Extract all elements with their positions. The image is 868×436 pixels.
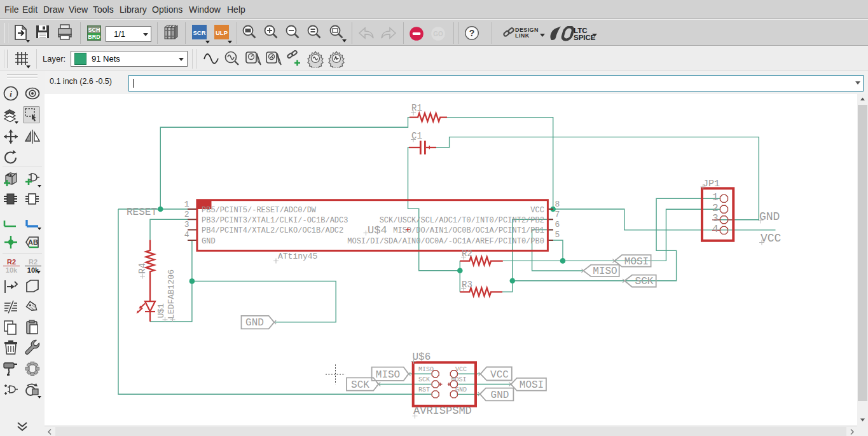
svg-text:7: 7 <box>555 210 560 219</box>
svg-text:SCK: SCK <box>635 276 654 287</box>
svg-text:VCC: VCC <box>455 366 467 373</box>
svg-text:GND: GND <box>455 386 467 393</box>
svg-text:MISO: MISO <box>376 369 400 381</box>
svg-text:3: 3 <box>712 213 719 224</box>
svg-text:VCC: VCC <box>530 206 544 215</box>
svg-text:ATtiny45: ATtiny45 <box>278 252 317 261</box>
svg-text:5: 5 <box>555 230 560 240</box>
svg-text:R4: R4 <box>137 263 148 274</box>
svg-text:GO: GO <box>433 31 443 37</box>
svg-text:2: 2 <box>184 210 189 219</box>
svg-text:MOSI: MOSI <box>624 256 649 268</box>
svg-text:MOSI: MOSI <box>451 376 467 383</box>
svg-text:U$4: U$4 <box>368 224 387 236</box>
svg-text:2: 2 <box>712 203 719 214</box>
svg-text:BRD: BRD <box>88 34 100 40</box>
svg-text:SCK: SCK <box>418 376 430 383</box>
svg-text:LEDFAB1206: LEDFAB1206 <box>167 269 176 319</box>
svg-text:GND: GND <box>491 390 509 401</box>
svg-text:MISO: MISO <box>418 366 434 373</box>
svg-text:SCH: SCH <box>88 27 100 33</box>
svg-text:SCK/USCK/SCL/ADC1/T0/INT0/PCIN: SCK/USCK/SCL/ADC1/T0/INT0/PCINT2/PB2 <box>380 216 544 225</box>
svg-text:JP1: JP1 <box>703 179 720 189</box>
svg-text:4: 4 <box>184 230 189 240</box>
svg-text:6: 6 <box>555 220 560 229</box>
svg-text:AVRISPSMD: AVRISPSMD <box>413 405 472 417</box>
svg-text:SCR: SCR <box>193 29 205 36</box>
svg-text:1: 1 <box>712 192 719 203</box>
svg-text:1: 1 <box>184 200 189 209</box>
svg-text:SCK: SCK <box>351 379 369 391</box>
svg-text:GND: GND <box>202 237 216 246</box>
svg-text:PB4/PCINT4/XTAL2/CLKO/OC1B/ADC: PB4/PCINT4/XTAL2/CLKO/OC1B/ADC2 <box>202 226 343 235</box>
svg-text:RST: RST <box>418 386 430 393</box>
svg-text:U$1: U$1 <box>156 303 166 318</box>
svg-text:MOSI/DI/SDA/AIN0/OC0A/-OC1A/AR: MOSI/DI/SDA/AIN0/OC0A/-OC1A/AREF/PCINT0/… <box>347 237 544 246</box>
svg-text:RESET: RESET <box>127 207 157 218</box>
svg-text:GND: GND <box>245 317 264 329</box>
svg-text:MISO/DO/AIN1/OC0B/OC1A/PCINT1/: MISO/DO/AIN1/OC0B/OC1A/PCINT1/PB1 <box>393 226 544 235</box>
svg-text:8: 8 <box>555 200 560 209</box>
svg-text:i: i <box>10 89 12 99</box>
svg-text:ULP: ULP <box>216 29 228 36</box>
svg-text:?: ? <box>469 28 475 38</box>
svg-text:3: 3 <box>184 220 189 229</box>
svg-text:4: 4 <box>712 224 719 235</box>
svg-text:VCC: VCC <box>490 369 509 381</box>
svg-text:PB3/PCINT3/XTAL1/CLKI/-OC1B/AD: PB3/PCINT3/XTAL1/CLKI/-OC1B/ADC3 <box>202 216 348 225</box>
svg-text:MOSI: MOSI <box>520 379 544 391</box>
svg-text:PB5/PCINT5/-RESET/ADC0/DW: PB5/PCINT5/-RESET/ADC0/DW <box>202 206 317 215</box>
svg-text:AB: AB <box>28 238 38 246</box>
svg-text:MISO: MISO <box>593 266 617 277</box>
